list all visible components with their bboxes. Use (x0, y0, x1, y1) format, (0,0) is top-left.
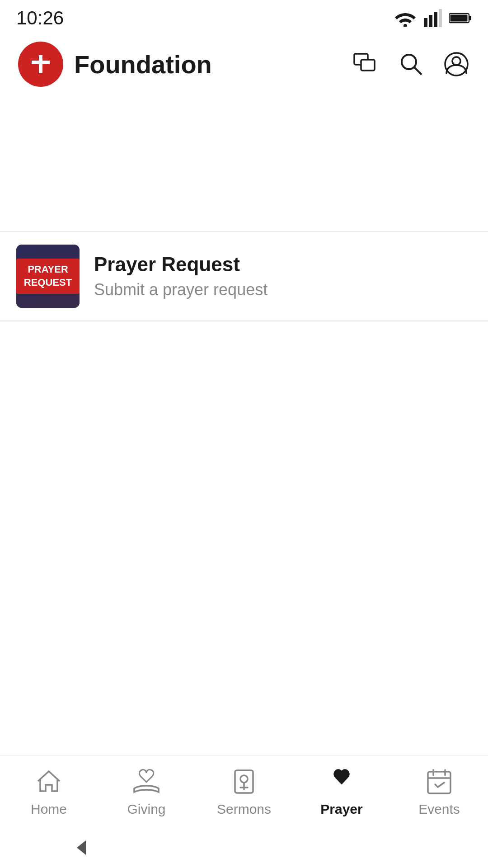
header: Foundation (0, 33, 488, 96)
divider-bottom (0, 321, 488, 321)
prayer-icon (326, 766, 357, 797)
giving-icon (131, 766, 162, 797)
prayer-request-subtitle: Submit a prayer request (94, 280, 472, 299)
cross-icon (29, 52, 52, 76)
android-home-button[interactable] (230, 834, 258, 861)
nav-home-label: Home (31, 802, 67, 817)
profile-button[interactable] (443, 51, 470, 78)
nav-sermons-label: Sermons (217, 802, 271, 817)
svg-rect-6 (450, 15, 468, 22)
prayer-request-badge: PRAYER REQUEST (16, 259, 80, 293)
prayer-request-item[interactable]: PRAYER REQUEST Prayer Request Submit a p… (0, 232, 488, 321)
sermons-icon (229, 766, 259, 797)
svg-point-15 (452, 57, 460, 65)
nav-home[interactable]: Home (0, 755, 98, 827)
spacer (0, 96, 488, 231)
svg-rect-2 (429, 15, 432, 27)
prayer-request-title: Prayer Request (94, 253, 472, 276)
header-logo-area: Foundation (18, 42, 352, 87)
home-icon (33, 766, 64, 797)
svg-point-17 (240, 775, 248, 783)
prayer-request-text: Prayer Request Submit a prayer request (94, 253, 472, 299)
nav-giving[interactable]: Giving (98, 755, 195, 827)
battery-icon (449, 12, 472, 24)
search-button[interactable] (398, 51, 425, 78)
android-back-button[interactable] (68, 834, 95, 861)
svg-point-0 (404, 24, 407, 27)
nav-sermons[interactable]: Sermons (195, 755, 293, 827)
svg-marker-24 (77, 840, 86, 855)
svg-rect-1 (424, 18, 427, 27)
nav-events[interactable]: Events (390, 755, 488, 827)
svg-rect-11 (361, 60, 375, 71)
app-title: Foundation (74, 50, 212, 79)
wifi-icon (394, 9, 417, 27)
nav-prayer-label: Prayer (320, 802, 362, 817)
chat-button[interactable] (352, 51, 380, 78)
nav-events-label: Events (418, 802, 460, 817)
app-logo (18, 42, 63, 87)
status-bar: 10:26 (0, 0, 488, 33)
svg-rect-20 (428, 772, 450, 793)
android-nav (0, 827, 488, 868)
nav-prayer[interactable]: Prayer (293, 755, 390, 827)
header-actions (352, 51, 470, 78)
android-recents-button[interactable] (393, 834, 420, 861)
bottom-nav: Home Giving Sermons (0, 755, 488, 827)
prayer-request-image: PRAYER REQUEST (16, 245, 80, 308)
events-icon (424, 766, 455, 797)
svg-rect-4 (439, 9, 442, 27)
status-time: 10:26 (16, 7, 64, 29)
svg-line-13 (414, 67, 422, 75)
svg-rect-9 (32, 61, 50, 64)
svg-rect-7 (469, 16, 471, 20)
nav-giving-label: Giving (127, 802, 165, 817)
signal-icon (424, 9, 442, 27)
svg-rect-3 (434, 12, 437, 27)
status-icons (394, 9, 472, 27)
svg-point-12 (402, 55, 416, 69)
